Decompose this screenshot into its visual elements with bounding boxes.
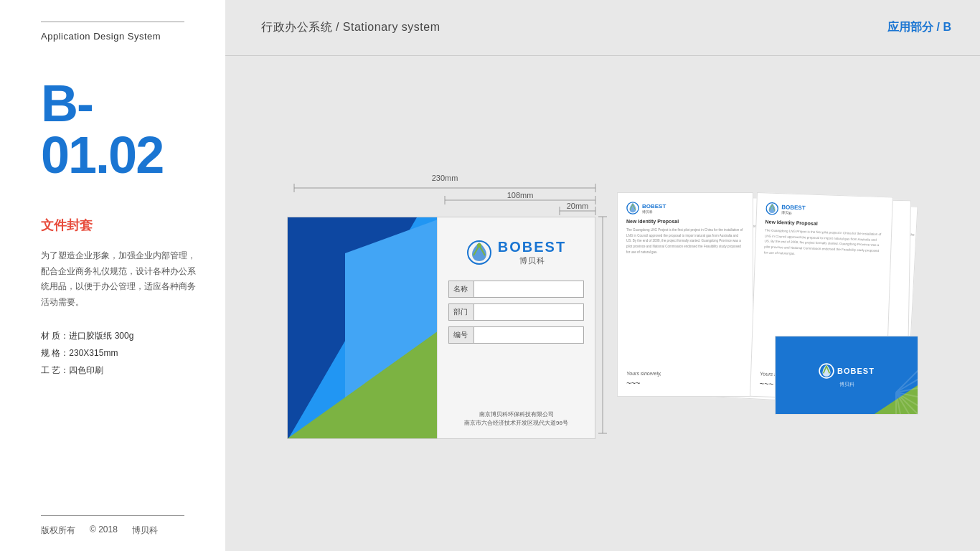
sidebar-footer: 版权所有 © 2018 博贝科 (41, 524, 184, 537)
business-card: BOBEST 博贝科 (775, 336, 918, 415)
svg-text:20mm: 20mm (567, 202, 589, 210)
card-cn-text: 博贝科 (839, 381, 854, 388)
folder-address: 南京博贝科环保科技有限公司 南京市六合经济技术开发区现代大道96号 (464, 410, 568, 428)
main-header: 行政办公系统 / Stationary system 应用部分 / B (225, 0, 980, 56)
folder-field-name: 名称 (448, 281, 584, 298)
doc-right-title: New Identity Proposal (765, 219, 882, 228)
sidebar-divider-bottom (41, 515, 184, 516)
logo-icon (466, 240, 492, 265)
card-brand-text: BOBEST (837, 367, 875, 375)
section-description: 为了塑造企业形象，加强企业内部管理，配合企业商务礼仪规范，设计各种办公系统用品，… (41, 248, 204, 310)
card-logo-icon (819, 363, 834, 379)
bobest-logo: BOBEST 博贝科 (466, 239, 566, 266)
logo-brand-text: BOBEST (498, 239, 566, 255)
header-section: 应用部分 / B (887, 20, 951, 35)
header-subtitle: 行政办公系统 / Stationary system (261, 20, 440, 35)
svg-line-22 (896, 357, 918, 392)
footer-year: © 2018 (90, 524, 118, 537)
spec-material: 材 质：进口胶版纸 300g (41, 327, 184, 344)
doc-right-logo-icon (765, 202, 779, 215)
logo-cn-text: 博贝科 (498, 255, 566, 266)
svg-text:108mm: 108mm (507, 191, 534, 199)
folder-logo-area: BOBEST 博贝科 (466, 239, 566, 266)
doc-front-left: BOBEST 博贝科 New Identity Proposal The Gua… (617, 192, 753, 397)
footer-copyright: 版权所有 (41, 524, 75, 537)
svg-text:230mm: 230mm (432, 174, 458, 182)
docs-mockup: BOBEST 博贝科 New Identity Proposal The Gua… (617, 192, 918, 415)
card-logo-row: BOBEST (819, 363, 875, 379)
folder-field-dept: 部门 (448, 303, 584, 321)
doc-left-logo-icon (626, 202, 639, 215)
doc-left-title: New Identity Proposal (626, 219, 744, 224)
folder-mockup-area: 230mm 108mm 20mm 310mm (287, 168, 595, 439)
spec-process: 工 艺：四色印刷 (41, 362, 184, 379)
folder-right-panel: BOBEST 博贝科 名称 部门 (437, 217, 595, 438)
folder-field-id: 编号 (448, 326, 584, 344)
folder-fields: 名称 部门 编号 (448, 281, 584, 344)
card-logo: BOBEST 博贝科 (819, 363, 875, 388)
doc-left-logo-row: BOBEST 博贝科 (626, 202, 744, 215)
spec-size: 规 格：230X315mm (41, 344, 184, 362)
svg-point-17 (477, 243, 481, 248)
footer-brand: 博贝科 (132, 524, 158, 537)
folder-visual: BOBEST 博贝科 名称 部门 (287, 217, 595, 439)
section-title: 文件封套 (41, 217, 184, 234)
folder-visual-container: BOBEST 博贝科 名称 部门 (287, 217, 595, 439)
sidebar-divider-top (41, 22, 184, 22)
sidebar-code: B-01.02 (41, 77, 184, 181)
doc-right-logo-row: BOBEST 博贝科 (765, 202, 884, 219)
sidebar: Application Design System B-01.02 文件封套 为… (0, 0, 225, 551)
main-content: 230mm 108mm 20mm 310mm (225, 56, 980, 551)
doc-left-sig-scrawl: ~~~ (626, 379, 744, 387)
doc-left-body: The Guangdong LNG Project is the first p… (626, 227, 744, 365)
specs-list: 材 质：进口胶版纸 300g 规 格：230X315mm 工 艺：四色印刷 (41, 327, 184, 379)
main-content-area: 行政办公系统 / Stationary system 应用部分 / B 230m… (225, 0, 980, 551)
doc-left-signature: Yours sincerely, (626, 371, 744, 376)
sidebar-bottom: 版权所有 © 2018 博贝科 (0, 515, 225, 551)
sidebar-title: Application Design System (41, 31, 184, 42)
